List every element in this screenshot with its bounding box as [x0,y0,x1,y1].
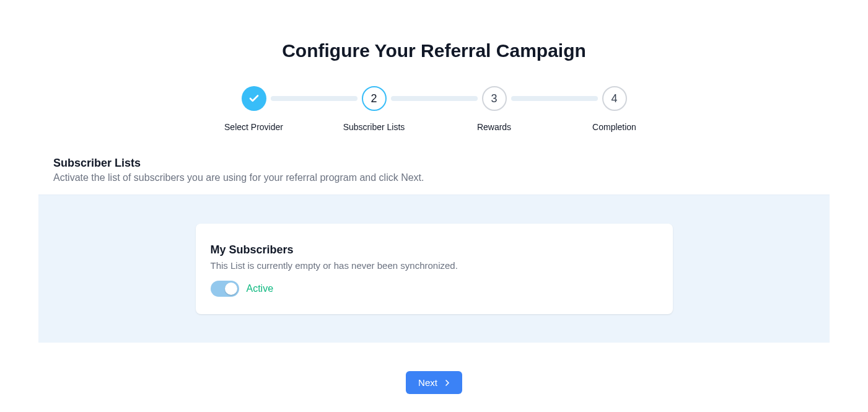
toggle-row: Active [211,281,658,297]
step-rewards[interactable]: 3 Rewards [467,86,522,132]
toggle-knob [225,283,237,295]
stepper: Select Provider 2 Subscriber Lists 3 Rew… [0,86,868,132]
step-connector [271,96,357,101]
footer: Next [0,343,868,412]
subscriber-list-card: My Subscribers This List is currently em… [196,224,673,314]
step-label: Completion [592,122,636,132]
card-title: My Subscribers [211,243,658,256]
step-label: Select Provider [224,122,283,132]
section-title: Subscriber Lists [53,157,815,170]
step-label: Rewards [477,122,511,132]
chevron-right-icon [442,378,452,388]
step-circle-active: 2 [362,86,387,111]
step-completion[interactable]: 4 Completion [587,86,642,132]
step-select-provider[interactable]: Select Provider [226,86,282,132]
toggle-label: Active [247,283,274,294]
step-circle-completed [242,86,266,111]
step-circle-pending: 4 [602,86,627,111]
active-toggle[interactable] [211,281,239,297]
step-connector [511,96,598,101]
check-icon [248,93,260,104]
step-subscriber-lists[interactable]: 2 Subscriber Lists [346,86,402,132]
next-button-label: Next [418,377,437,388]
section-description: Activate the list of subscribers you are… [53,172,815,183]
section-header: Subscriber Lists Activate the list of su… [0,157,868,183]
next-button[interactable]: Next [406,371,462,394]
step-label: Subscriber Lists [343,122,405,132]
content-panel: My Subscribers This List is currently em… [38,195,830,343]
page-title: Configure Your Referral Campaign [0,40,868,61]
step-connector [391,96,478,101]
step-circle-pending: 3 [482,86,507,111]
card-description: This List is currently empty or has neve… [211,260,658,271]
